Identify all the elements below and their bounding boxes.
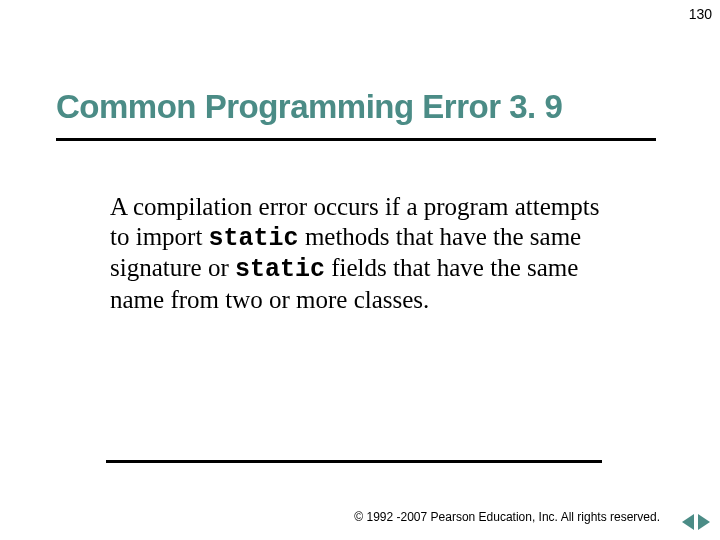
prev-slide-icon[interactable]	[682, 514, 694, 530]
copyright-footer: © 1992 -2007 Pearson Education, Inc. All…	[354, 510, 660, 524]
body-text: A compilation error occurs if a program …	[110, 192, 620, 314]
copyright-text: 1992 -2007 Pearson Education, Inc. All r…	[363, 510, 660, 524]
next-slide-icon[interactable]	[698, 514, 710, 530]
copyright-symbol: ©	[354, 510, 363, 524]
bottom-rule	[106, 460, 602, 463]
nav-controls	[682, 514, 710, 530]
code-keyword-1: static	[209, 224, 299, 253]
slide: 130 Common Programming Error 3. 9 A comp…	[0, 0, 720, 540]
title-underline	[56, 138, 656, 141]
slide-title: Common Programming Error 3. 9	[56, 88, 562, 126]
page-number: 130	[689, 6, 712, 22]
code-keyword-2: static	[235, 255, 325, 284]
